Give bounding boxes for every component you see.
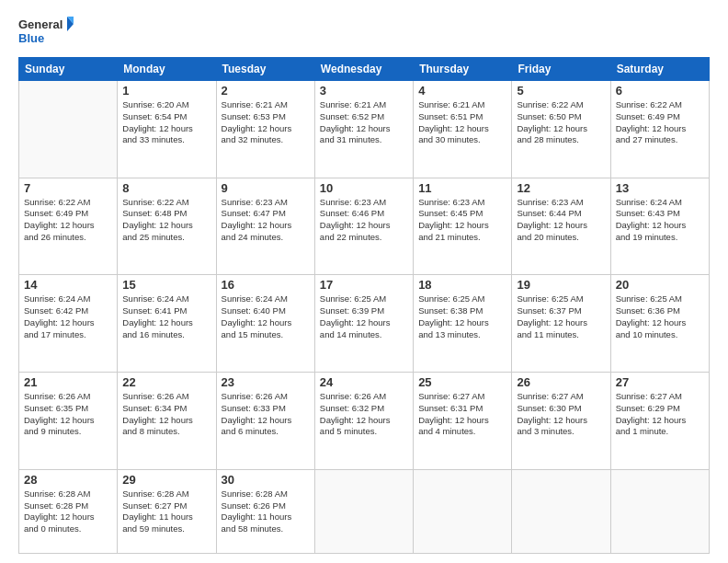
day-info: Sunrise: 6:22 AM Sunset: 6:49 PM Dayligh…: [24, 197, 112, 244]
calendar-cell: [512, 469, 610, 553]
day-info: Sunrise: 6:24 AM Sunset: 6:40 PM Dayligh…: [222, 293, 310, 340]
day-info: Sunrise: 6:26 AM Sunset: 6:32 PM Dayligh…: [320, 391, 408, 438]
day-number: 27: [616, 375, 704, 389]
svg-text:Blue: Blue: [18, 31, 44, 45]
week-row-4: 21Sunrise: 6:26 AM Sunset: 6:35 PM Dayli…: [19, 373, 710, 470]
calendar-cell: 28Sunrise: 6:28 AM Sunset: 6:28 PM Dayli…: [19, 469, 118, 553]
day-number: 21: [24, 375, 112, 389]
day-info: Sunrise: 6:24 AM Sunset: 6:43 PM Dayligh…: [616, 197, 704, 244]
day-number: 11: [418, 181, 506, 195]
day-number: 8: [122, 181, 210, 195]
calendar-table: SundayMondayTuesdayWednesdayThursdayFrid…: [18, 57, 710, 554]
day-info: Sunrise: 6:23 AM Sunset: 6:45 PM Dayligh…: [418, 197, 506, 244]
week-row-5: 28Sunrise: 6:28 AM Sunset: 6:28 PM Dayli…: [19, 469, 710, 553]
day-number: 15: [122, 278, 210, 292]
day-info: Sunrise: 6:23 AM Sunset: 6:47 PM Dayligh…: [222, 197, 310, 244]
calendar-cell: 15Sunrise: 6:24 AM Sunset: 6:41 PM Dayli…: [118, 275, 216, 373]
page: General Blue SundayMondayTuesdayWednesda…: [0, 0, 728, 563]
day-number: 17: [320, 278, 408, 292]
calendar-cell: 26Sunrise: 6:27 AM Sunset: 6:30 PM Dayli…: [512, 373, 610, 470]
day-info: Sunrise: 6:28 AM Sunset: 6:26 PM Dayligh…: [222, 488, 310, 535]
day-number: 29: [122, 473, 210, 487]
day-info: Sunrise: 6:25 AM Sunset: 6:38 PM Dayligh…: [418, 293, 506, 340]
day-info: Sunrise: 6:22 AM Sunset: 6:48 PM Dayligh…: [122, 197, 210, 244]
day-number: 16: [222, 278, 310, 292]
calendar-cell: 12Sunrise: 6:23 AM Sunset: 6:44 PM Dayli…: [512, 178, 610, 275]
calendar-cell: [414, 469, 512, 553]
day-number: 2: [222, 84, 310, 98]
calendar-cell: 20Sunrise: 6:25 AM Sunset: 6:36 PM Dayli…: [610, 275, 709, 373]
week-row-3: 14Sunrise: 6:24 AM Sunset: 6:42 PM Dayli…: [19, 275, 710, 373]
day-info: Sunrise: 6:24 AM Sunset: 6:42 PM Dayligh…: [24, 293, 112, 340]
calendar-cell: [314, 469, 413, 553]
weekday-header-friday: Friday: [512, 58, 610, 81]
day-info: Sunrise: 6:22 AM Sunset: 6:50 PM Dayligh…: [517, 99, 605, 146]
weekday-header-sunday: Sunday: [19, 58, 118, 81]
calendar-cell: 27Sunrise: 6:27 AM Sunset: 6:29 PM Dayli…: [610, 373, 709, 470]
day-info: Sunrise: 6:26 AM Sunset: 6:35 PM Dayligh…: [24, 391, 112, 438]
day-number: 1: [122, 84, 210, 98]
day-info: Sunrise: 6:24 AM Sunset: 6:41 PM Dayligh…: [122, 293, 210, 340]
calendar-cell: 3Sunrise: 6:21 AM Sunset: 6:52 PM Daylig…: [314, 81, 413, 178]
day-number: 18: [418, 278, 506, 292]
calendar-cell: 17Sunrise: 6:25 AM Sunset: 6:39 PM Dayli…: [314, 275, 413, 373]
day-number: 4: [418, 84, 506, 98]
calendar-cell: 7Sunrise: 6:22 AM Sunset: 6:49 PM Daylig…: [19, 178, 118, 275]
day-number: 3: [320, 84, 408, 98]
svg-text:General: General: [18, 17, 63, 31]
day-number: 12: [517, 181, 605, 195]
calendar-cell: [610, 469, 709, 553]
day-info: Sunrise: 6:28 AM Sunset: 6:28 PM Dayligh…: [24, 488, 112, 535]
day-info: Sunrise: 6:26 AM Sunset: 6:34 PM Dayligh…: [122, 391, 210, 438]
logo: General Blue: [18, 15, 74, 48]
day-number: 6: [616, 84, 704, 98]
logo-svg: General Blue: [18, 15, 74, 48]
day-number: 28: [24, 473, 112, 487]
calendar-cell: 8Sunrise: 6:22 AM Sunset: 6:48 PM Daylig…: [118, 178, 216, 275]
day-number: 19: [517, 278, 605, 292]
weekday-header-thursday: Thursday: [414, 58, 512, 81]
weekday-header-wednesday: Wednesday: [314, 58, 413, 81]
calendar-cell: 9Sunrise: 6:23 AM Sunset: 6:47 PM Daylig…: [216, 178, 314, 275]
day-number: 20: [616, 278, 704, 292]
day-number: 30: [222, 473, 310, 487]
calendar-cell: 16Sunrise: 6:24 AM Sunset: 6:40 PM Dayli…: [216, 275, 314, 373]
day-number: 7: [24, 181, 112, 195]
day-number: 13: [616, 181, 704, 195]
day-info: Sunrise: 6:27 AM Sunset: 6:29 PM Dayligh…: [616, 391, 704, 438]
calendar-cell: 1Sunrise: 6:20 AM Sunset: 6:54 PM Daylig…: [118, 81, 216, 178]
calendar-cell: 21Sunrise: 6:26 AM Sunset: 6:35 PM Dayli…: [19, 373, 118, 470]
day-info: Sunrise: 6:23 AM Sunset: 6:44 PM Dayligh…: [517, 197, 605, 244]
day-info: Sunrise: 6:21 AM Sunset: 6:51 PM Dayligh…: [418, 99, 506, 146]
calendar-cell: 29Sunrise: 6:28 AM Sunset: 6:27 PM Dayli…: [118, 469, 216, 553]
weekday-header-row: SundayMondayTuesdayWednesdayThursdayFrid…: [19, 58, 710, 81]
day-info: Sunrise: 6:20 AM Sunset: 6:54 PM Dayligh…: [122, 99, 210, 146]
day-info: Sunrise: 6:28 AM Sunset: 6:27 PM Dayligh…: [122, 488, 210, 535]
day-info: Sunrise: 6:21 AM Sunset: 6:52 PM Dayligh…: [320, 99, 408, 146]
day-number: 10: [320, 181, 408, 195]
calendar-cell: 11Sunrise: 6:23 AM Sunset: 6:45 PM Dayli…: [414, 178, 512, 275]
calendar-cell: 14Sunrise: 6:24 AM Sunset: 6:42 PM Dayli…: [19, 275, 118, 373]
weekday-header-monday: Monday: [118, 58, 216, 81]
week-row-2: 7Sunrise: 6:22 AM Sunset: 6:49 PM Daylig…: [19, 178, 710, 275]
day-number: 25: [418, 375, 506, 389]
day-number: 5: [517, 84, 605, 98]
day-number: 14: [24, 278, 112, 292]
day-number: 24: [320, 375, 408, 389]
calendar-cell: 22Sunrise: 6:26 AM Sunset: 6:34 PM Dayli…: [118, 373, 216, 470]
calendar-cell: 10Sunrise: 6:23 AM Sunset: 6:46 PM Dayli…: [314, 178, 413, 275]
calendar-cell: 13Sunrise: 6:24 AM Sunset: 6:43 PM Dayli…: [610, 178, 709, 275]
calendar-cell: 2Sunrise: 6:21 AM Sunset: 6:53 PM Daylig…: [216, 81, 314, 178]
calendar-cell: 30Sunrise: 6:28 AM Sunset: 6:26 PM Dayli…: [216, 469, 314, 553]
week-row-1: 1Sunrise: 6:20 AM Sunset: 6:54 PM Daylig…: [19, 81, 710, 178]
calendar-cell: 25Sunrise: 6:27 AM Sunset: 6:31 PM Dayli…: [414, 373, 512, 470]
day-info: Sunrise: 6:25 AM Sunset: 6:39 PM Dayligh…: [320, 293, 408, 340]
calendar-cell: [19, 81, 118, 178]
day-info: Sunrise: 6:22 AM Sunset: 6:49 PM Dayligh…: [616, 99, 704, 146]
weekday-header-tuesday: Tuesday: [216, 58, 314, 81]
day-info: Sunrise: 6:23 AM Sunset: 6:46 PM Dayligh…: [320, 197, 408, 244]
day-info: Sunrise: 6:25 AM Sunset: 6:36 PM Dayligh…: [616, 293, 704, 340]
day-number: 23: [222, 375, 310, 389]
day-info: Sunrise: 6:26 AM Sunset: 6:33 PM Dayligh…: [222, 391, 310, 438]
day-number: 26: [517, 375, 605, 389]
